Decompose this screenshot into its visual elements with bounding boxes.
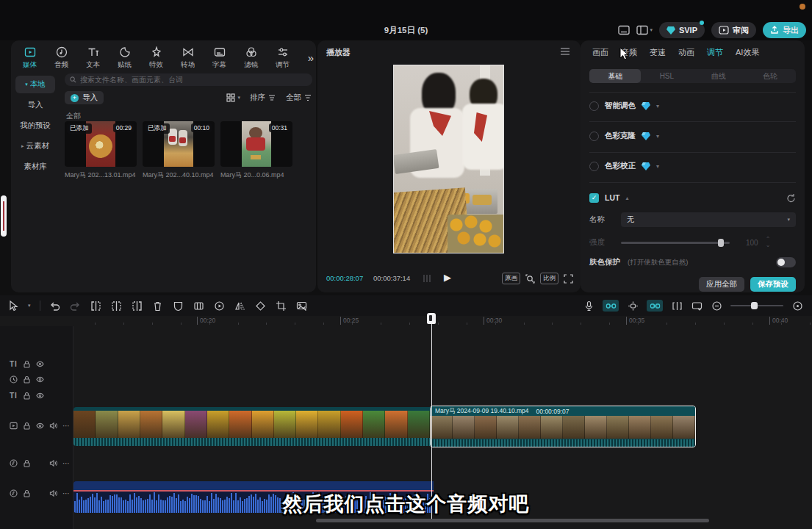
- timeline-zoom-slider[interactable]: [730, 305, 783, 306]
- tab-adjust-active[interactable]: 调节: [707, 47, 723, 58]
- chevron-down-icon[interactable]: ▾: [656, 163, 659, 170]
- main-track-magnet-button[interactable]: [603, 300, 619, 312]
- media-thumbnail[interactable]: 00:31: [220, 121, 292, 167]
- subtitle-panel-icon[interactable]: [618, 25, 630, 35]
- layout-switch-icon[interactable]: ▾: [636, 25, 653, 35]
- rotate-button[interactable]: [255, 300, 267, 312]
- preview-quality-button[interactable]: [691, 300, 703, 312]
- tab-adjust[interactable]: 调节: [267, 43, 298, 70]
- subtab-color-wheel[interactable]: 色轮: [744, 69, 796, 83]
- media-card[interactable]: 00:31 Mary马 20...0.06.mp4: [220, 121, 292, 180]
- color-clone-toggle[interactable]: [589, 132, 599, 141]
- split-button[interactable]: [111, 300, 123, 312]
- smart-color-toggle[interactable]: [589, 101, 599, 111]
- speed-button[interactable]: [214, 300, 226, 312]
- lock-icon[interactable]: [23, 392, 31, 400]
- zoom-out-button[interactable]: [711, 300, 722, 312]
- tab-filters[interactable]: 滤镜: [235, 43, 267, 70]
- lut-checkbox[interactable]: ✓: [589, 193, 599, 203]
- sidebar-item-cloud[interactable]: ▸ 云素材: [15, 137, 55, 155]
- eye-icon[interactable]: [36, 422, 44, 430]
- eye-icon[interactable]: [36, 375, 44, 384]
- tab-ai-effects[interactable]: AI效果: [736, 47, 759, 58]
- auto-snap-button[interactable]: [627, 300, 639, 312]
- eye-icon[interactable]: [36, 360, 44, 368]
- subtab-hsl[interactable]: HSL: [641, 69, 692, 83]
- tab-audio[interactable]: 音频: [46, 43, 77, 70]
- video-clip-2-selected[interactable]: Mary马 2024-09-09 19.40.10.mp4 00:00:09:0…: [430, 406, 696, 447]
- zoom-fit-button[interactable]: [791, 300, 803, 312]
- search-input[interactable]: [80, 76, 307, 84]
- undo-button[interactable]: [49, 300, 61, 312]
- speaker-icon[interactable]: [49, 422, 57, 430]
- playhead-handle[interactable]: [427, 313, 436, 324]
- select-tool-button[interactable]: [7, 300, 19, 312]
- sidebar-item-local[interactable]: ▾ 本地: [15, 76, 55, 93]
- track-more-icon[interactable]: ⋯: [62, 459, 71, 467]
- subtab-curves[interactable]: 曲线: [693, 69, 744, 83]
- mirror-button[interactable]: [234, 300, 246, 312]
- slider-knob[interactable]: [718, 239, 724, 247]
- skin-protect-toggle[interactable]: [776, 257, 796, 267]
- tab-transitions[interactable]: 转场: [172, 43, 204, 70]
- tab-stickers[interactable]: 贴纸: [109, 43, 140, 70]
- preview-zoom-icon[interactable]: [525, 274, 535, 284]
- horizontal-scrollbar[interactable]: [316, 519, 709, 522]
- overlay-button[interactable]: [193, 300, 205, 312]
- sidebar-item-library[interactable]: 素材库: [15, 158, 55, 176]
- timeline-ruler[interactable]: 00:20 00:25 00:30 00:35 00:40: [73, 316, 812, 326]
- player-menu-icon[interactable]: [560, 48, 570, 55]
- export-button[interactable]: 导出: [763, 22, 806, 38]
- lock-icon[interactable]: [23, 459, 31, 467]
- view-mode-button[interactable]: ▾: [226, 93, 240, 102]
- chevron-down-icon[interactable]: ▾: [656, 103, 659, 109]
- lut-name-select[interactable]: 无 ▾: [621, 212, 796, 227]
- chevron-down-icon[interactable]: ▾: [656, 133, 659, 140]
- redo-button[interactable]: [70, 300, 82, 312]
- media-thumbnail[interactable]: 已添加 00:29: [65, 121, 137, 167]
- chevron-down-icon[interactable]: ▾: [28, 303, 31, 309]
- ratio-button[interactable]: 比例: [540, 273, 558, 284]
- color-correct-toggle[interactable]: [589, 162, 599, 171]
- track-more-icon[interactable]: ⋯: [62, 422, 71, 430]
- lock-icon[interactable]: [23, 422, 31, 430]
- subtab-basic[interactable]: 基础: [589, 69, 641, 83]
- chevron-up-icon[interactable]: ▴: [625, 195, 628, 201]
- media-card[interactable]: 已添加 00:29 Mary马 202...13.01.mp4: [65, 121, 137, 180]
- tab-speed[interactable]: 变速: [650, 47, 666, 58]
- tab-picture[interactable]: 画面: [592, 47, 608, 58]
- preview-axis-button[interactable]: [671, 300, 683, 312]
- zoom-slider-knob[interactable]: [751, 302, 758, 309]
- mask-button[interactable]: [173, 300, 184, 312]
- svip-button[interactable]: SVIP: [659, 22, 705, 38]
- video-clip-1[interactable]: [73, 407, 430, 446]
- split-right-button[interactable]: [132, 300, 143, 312]
- frame-step-icon[interactable]: [422, 274, 434, 283]
- export-frame-button[interactable]: [296, 300, 308, 312]
- strength-slider[interactable]: [621, 242, 730, 244]
- play-button[interactable]: ▶: [444, 272, 451, 283]
- speaker-icon[interactable]: [49, 459, 57, 467]
- crop-button[interactable]: [276, 300, 287, 312]
- tab-animation[interactable]: 动画: [678, 47, 694, 58]
- review-button[interactable]: 审阅: [711, 22, 756, 38]
- video-preview[interactable]: [393, 65, 504, 253]
- quality-button[interactable]: 原画: [502, 273, 520, 284]
- sort-button[interactable]: 排序: [250, 93, 276, 103]
- tab-media[interactable]: 媒体: [14, 43, 46, 70]
- apply-all-button[interactable]: 应用全部: [699, 277, 744, 292]
- sidebar-item-presets[interactable]: 我的预设: [15, 117, 55, 134]
- reset-icon[interactable]: [786, 193, 796, 203]
- tab-captions[interactable]: 字幕: [204, 43, 235, 70]
- lock-icon[interactable]: [23, 375, 31, 384]
- fullscreen-icon[interactable]: [564, 274, 573, 284]
- media-thumbnail[interactable]: 已添加 00:10: [143, 121, 215, 167]
- tab-text[interactable]: 文本: [77, 43, 109, 70]
- tab-effects[interactable]: 特效: [140, 43, 172, 70]
- record-voice-button[interactable]: [583, 300, 594, 312]
- media-card[interactable]: 已添加 00:10 Mary马 202...40.10.mp4: [143, 121, 215, 180]
- delete-button[interactable]: [152, 300, 164, 312]
- eye-icon[interactable]: [36, 392, 44, 400]
- linkage-button[interactable]: [647, 300, 663, 312]
- save-preset-button[interactable]: 保存预设: [750, 277, 796, 292]
